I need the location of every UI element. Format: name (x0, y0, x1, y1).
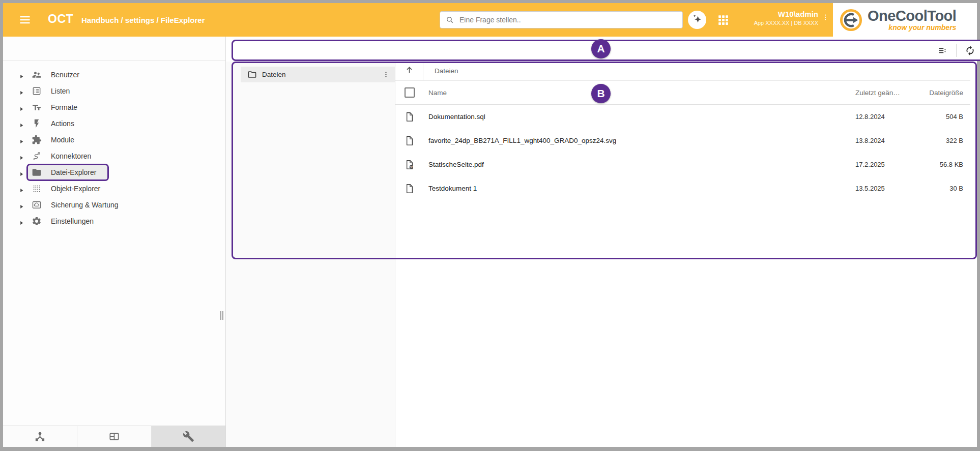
sidebar-tab-tools-view[interactable] (152, 426, 225, 447)
hamburger-icon[interactable] (18, 14, 32, 26)
flash-icon (32, 118, 42, 129)
sidebar-item-einstellungen[interactable]: Einstellungen (3, 213, 225, 229)
user-name: W10\admin (725, 9, 818, 19)
sidebar-item-formate[interactable]: Formate (3, 99, 225, 115)
sidebar-item-objekt-explorer[interactable]: Objekt-Explorer (3, 181, 225, 197)
arrow-up-icon (405, 65, 414, 77)
body-row: Benutzer Listen Formate Actions Module K… (3, 37, 977, 447)
sidebar-item-label: Formate (51, 103, 77, 111)
file-row[interactable]: Dokumentation.sql 12.8.2024 504 B (395, 105, 970, 129)
assistant-button[interactable] (688, 11, 706, 29)
file-row[interactable]: favorite_24dp_BB271A_FILL1_wght400_GRAD0… (395, 129, 970, 153)
sidebar-item-listen[interactable]: Listen (3, 83, 225, 99)
top-bar: OCT Handbuch / settings / FileExplorer W… (3, 3, 977, 37)
sidebar-item-label: Module (51, 136, 74, 144)
folder-outline-icon (247, 70, 257, 79)
sidebar-item-label: Einstellungen (51, 217, 94, 225)
connector-icon (32, 151, 42, 161)
file-rows: Dokumentation.sql 12.8.2024 504 B favori… (395, 105, 970, 200)
file-modified: 13.8.2024 (855, 137, 911, 144)
file-name: StatischeSeite.pdf (423, 161, 855, 168)
sidebar-item-datei-explorer[interactable]: Datei-Explorer (3, 164, 225, 181)
user-kebab-icon[interactable] (821, 13, 829, 22)
file-name: Testdokument 1 (423, 185, 855, 192)
expand-arrow-icon (19, 121, 24, 127)
sidebar-item-label: Benutzer (51, 71, 79, 79)
file-size: 504 B (911, 113, 970, 121)
sidebar-item-actions[interactable]: Actions (3, 115, 225, 132)
file-icon (404, 183, 415, 194)
app-abbrev: OCT (48, 12, 73, 26)
file-list-header: Name Zuletzt geän… Dateigröße (395, 81, 970, 105)
tree-item-dateien[interactable]: Dateien (241, 67, 395, 82)
sidebar-item-label: Datei-Explorer (51, 168, 96, 176)
file-row[interactable]: Testdokument 1 13.5.2025 30 B (395, 176, 970, 200)
expand-arrow-icon (19, 170, 24, 175)
column-header-modified[interactable]: Zuletzt geän… (855, 89, 911, 97)
current-path-label: Dateien (423, 67, 458, 75)
search-box[interactable] (440, 11, 683, 28)
file-modified: 13.5.2025 (855, 185, 911, 192)
tree-icon (34, 431, 46, 442)
expand-arrow-icon (19, 72, 24, 78)
app-db-info: App XXXX.XX | DB XXXX (725, 19, 818, 27)
puzzle-icon (32, 135, 42, 145)
backup-icon (32, 200, 42, 210)
text-format-icon (32, 102, 42, 112)
column-header-name[interactable]: Name (423, 89, 855, 97)
folder-icon (32, 167, 42, 177)
expand-arrow-icon (19, 105, 24, 110)
wrench-icon (183, 431, 194, 442)
up-directory-button[interactable] (395, 62, 423, 80)
column-header-size[interactable]: Dateigröße (911, 89, 970, 97)
sidebar-item-module[interactable]: Module (3, 132, 225, 148)
sidebar-item-konnektoren[interactable]: Konnektoren (3, 148, 225, 164)
onecooltool-logo-icon (839, 8, 863, 32)
expand-arrow-icon (19, 219, 24, 224)
expand-arrow-icon (19, 202, 24, 208)
file-size: 30 B (911, 185, 970, 192)
sidebar-nav: Benutzer Listen Formate Actions Module K… (3, 67, 225, 229)
column-settings-icon[interactable] (937, 45, 948, 56)
users-icon (32, 70, 42, 80)
gear-icon (32, 216, 42, 226)
sidebar-tab-tree-view[interactable] (3, 426, 77, 447)
sidebar-item-label: Sicherung & Wartung (51, 201, 119, 209)
file-explorer-toolbar (232, 40, 980, 61)
file-row[interactable]: PDF StatischeSeite.pdf 17.2.2025 56.8 KB (395, 153, 970, 176)
search-input[interactable] (458, 15, 677, 24)
panel-icon (108, 431, 120, 442)
pdf-file-icon: PDF (404, 159, 415, 170)
sidebar-resize-handle[interactable] (220, 311, 223, 320)
file-size: 322 B (911, 137, 970, 144)
user-menu[interactable]: W10\admin App XXXX.XX | DB XXXX (725, 9, 818, 27)
sidebar-item-label: Listen (51, 87, 70, 95)
folder-tree-panel (226, 62, 395, 447)
breadcrumb[interactable]: Handbuch / settings / FileExplorer (81, 16, 205, 24)
expand-arrow-icon (19, 88, 24, 94)
sidebar-item-label: Objekt-Explorer (51, 185, 100, 193)
file-name: favorite_24dp_BB271A_FILL1_wght400_GRAD0… (423, 137, 855, 144)
select-all-checkbox[interactable] (405, 87, 415, 98)
sidebar-tab-table-view[interactable] (77, 426, 152, 447)
expand-arrow-icon (19, 137, 24, 143)
sidebar-header (3, 37, 225, 61)
sidebar-item-sicherung-wartung[interactable]: Sicherung & Wartung (3, 197, 225, 213)
list-icon (32, 86, 42, 96)
tree-item-label: Dateien (262, 71, 382, 78)
file-icon (404, 111, 415, 123)
sparkle-icon (691, 13, 703, 27)
brand-name: OneCoolTool (868, 8, 956, 23)
file-list-panel: Dateien Name Zuletzt geän… Dateigröße Do… (395, 62, 970, 256)
refresh-icon[interactable] (965, 45, 975, 56)
main-area: A Dateien Dateien Name Zuletzt geän… Dat… (226, 37, 977, 447)
file-list-pathbar: Dateien (395, 62, 970, 81)
expand-arrow-icon (19, 186, 24, 192)
svg-text:PDF: PDF (410, 166, 413, 168)
file-size: 56.8 KB (911, 161, 970, 168)
tree-item-menu-icon[interactable] (382, 70, 390, 79)
search-icon (445, 15, 454, 24)
sidebar-bottom-tabs (3, 426, 225, 447)
toolbar-divider (956, 44, 957, 57)
sidebar-item-benutzer[interactable]: Benutzer (3, 67, 225, 83)
